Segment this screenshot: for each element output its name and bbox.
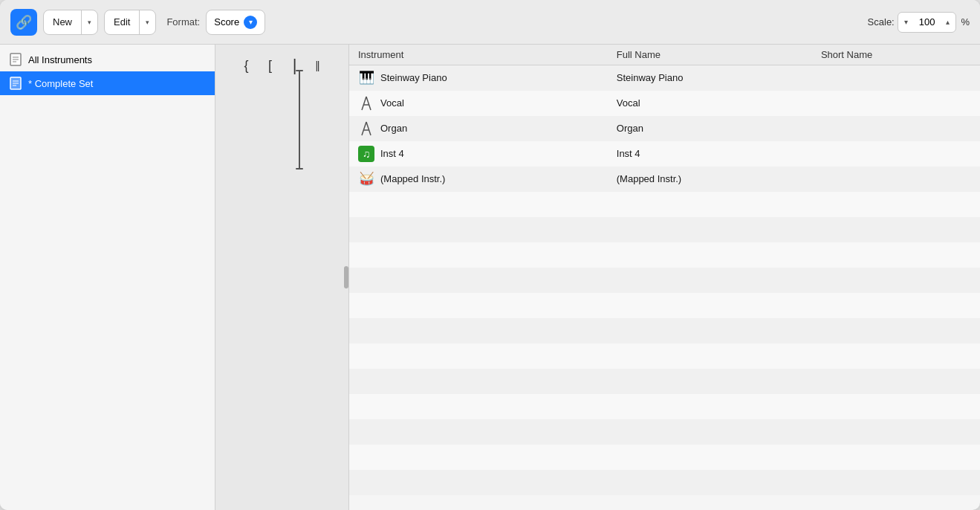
scale-percent: % (961, 16, 970, 28)
instrument-name-1: Vocal (380, 97, 404, 109)
scale-down-button[interactable]: ▾ (898, 13, 915, 32)
score-dropdown-icon: ▾ (244, 16, 257, 29)
new-dropdown-arrow[interactable]: ▾ (81, 10, 97, 34)
table-row[interactable]: 🥁(Mapped Instr.)(Mapped Instr.) (349, 167, 980, 192)
short-name-cell-0 (812, 65, 980, 91)
scale-up-button[interactable]: ▴ (939, 13, 955, 32)
bracket-visual (296, 70, 303, 170)
table-row[interactable]: ♫Inst 4Inst 4 (349, 141, 980, 167)
instrument-icon-0: 🎹 (358, 70, 374, 86)
table-row[interactable]: VocalVocal (349, 91, 980, 116)
sidebar-item-complete-set[interactable]: * Complete Set (0, 71, 215, 95)
table-header-row: Instrument Full Name Short Name (349, 45, 980, 65)
toolbar: 🔗 New ▾ Edit ▾ Format: Score ▾ Scale: ▾ … (0, 0, 980, 45)
empty-cell (608, 242, 812, 268)
svg-line-9 (366, 97, 371, 110)
instrument-name-2: Organ (380, 123, 407, 134)
empty-cell (812, 394, 980, 419)
full-name-cell-1: Vocal (608, 91, 812, 116)
empty-cell (349, 343, 608, 369)
empty-cell (812, 293, 980, 318)
full-name-cell-2: Organ (608, 116, 812, 141)
curly-bracket-icon[interactable]: { (235, 54, 259, 77)
empty-cell (608, 394, 812, 419)
svg-line-11 (362, 122, 366, 135)
new-button[interactable]: New (44, 10, 81, 34)
bracket-vertical-line (299, 71, 300, 168)
instrument-icon-2 (358, 120, 374, 137)
empty-cell (349, 369, 608, 394)
empty-table-row (349, 445, 980, 470)
scale-value: 100 (915, 16, 940, 28)
double-barline-icon[interactable]: ‖ (306, 54, 330, 77)
scale-controls: ▾ 100 ▴ (898, 12, 957, 33)
sidebar-item-complete-set-label: * Complete Set (28, 78, 93, 89)
link-icon: 🔗 (16, 14, 32, 30)
instrument-table: Instrument Full Name Short Name 🎹Steinwa… (349, 45, 980, 495)
empty-table-row (349, 369, 980, 394)
empty-cell (608, 369, 812, 394)
empty-cell (608, 217, 812, 242)
empty-cell (812, 343, 980, 369)
score-label: Score (214, 16, 239, 28)
empty-table-row (349, 318, 980, 343)
empty-cell (349, 419, 608, 445)
empty-cell (812, 217, 980, 242)
empty-table-row (349, 192, 980, 217)
right-panel: { [ | ‖ (215, 45, 980, 510)
empty-cell (349, 192, 608, 217)
table-row[interactable]: OrganOrgan (349, 116, 980, 141)
square-bracket-icon[interactable]: [ (259, 54, 282, 77)
bracket-col-scrollbar[interactable] (344, 266, 348, 288)
sidebar: All Instruments * Complete Set (0, 45, 215, 510)
instrument-name-3: Inst 4 (380, 148, 404, 159)
table-row[interactable]: 🎹Steinway PianoSteinway Piano (349, 65, 980, 91)
empty-cell (812, 419, 980, 445)
short-name-cell-4 (812, 167, 980, 192)
empty-table-row (349, 293, 980, 318)
empty-cell (349, 470, 608, 495)
short-name-cell-1 (812, 91, 980, 116)
empty-table-row (349, 394, 980, 419)
empty-table-row (349, 268, 980, 293)
scale-label: Scale: (868, 16, 895, 28)
edit-button[interactable]: Edit (105, 10, 139, 34)
empty-cell (349, 318, 608, 343)
all-instruments-icon (9, 53, 22, 66)
empty-cell (349, 394, 608, 419)
svg-line-8 (362, 97, 366, 110)
sidebar-item-all-instruments[interactable]: All Instruments (0, 48, 215, 71)
empty-cell (608, 470, 812, 495)
complete-set-icon (9, 77, 22, 90)
column-header-short-name: Short Name (812, 45, 980, 65)
edit-dropdown-arrow[interactable]: ▾ (139, 10, 155, 34)
full-name-cell-3: Inst 4 (608, 141, 812, 167)
table-area[interactable]: Instrument Full Name Short Name 🎹Steinwa… (349, 45, 980, 510)
score-dropdown[interactable]: Score ▾ (206, 10, 265, 35)
empty-cell (349, 217, 608, 242)
instrument-cell-1: Vocal (349, 91, 608, 116)
scale-section: Scale: ▾ 100 ▴ % (868, 12, 970, 33)
empty-table-row (349, 343, 980, 369)
new-button-group: New ▾ (43, 10, 98, 35)
instrument-cell-4: 🥁(Mapped Instr.) (349, 167, 608, 192)
sidebar-item-all-instruments-label: All Instruments (28, 54, 92, 65)
empty-cell (812, 369, 980, 394)
main-content: All Instruments * Complete Set (0, 45, 980, 510)
empty-cell (812, 192, 980, 217)
short-name-cell-2 (812, 116, 980, 141)
empty-cell (608, 268, 812, 293)
empty-cell (812, 470, 980, 495)
svg-line-12 (366, 122, 371, 135)
instrument-icon-3: ♫ (358, 146, 374, 162)
column-header-full-name: Full Name (608, 45, 812, 65)
full-name-cell-4: (Mapped Instr.) (608, 167, 812, 192)
empty-cell (349, 242, 608, 268)
link-button[interactable]: 🔗 (10, 9, 37, 36)
empty-cell (608, 419, 812, 445)
empty-cell (349, 293, 608, 318)
app-window: 🔗 New ▾ Edit ▾ Format: Score ▾ Scale: ▾ … (0, 0, 980, 510)
bracket-bottom-serif (296, 168, 303, 170)
instrument-cell-3: ♫Inst 4 (349, 141, 608, 167)
empty-table-row (349, 217, 980, 242)
